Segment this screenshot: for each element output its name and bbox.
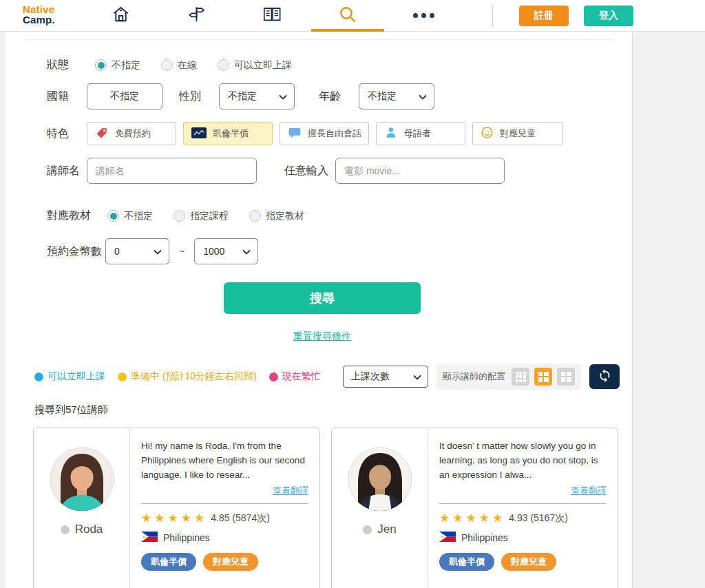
materials-option-textbook[interactable]: 指定教材 bbox=[249, 210, 304, 222]
login-button[interactable]: 登入 bbox=[584, 6, 633, 26]
teacher-card[interactable]: Roda Hi! my name is Roda. I'm from the P… bbox=[33, 428, 320, 588]
teacher-avatar[interactable] bbox=[50, 447, 114, 512]
teacher-avatar[interactable] bbox=[348, 447, 412, 512]
nav-signpost[interactable] bbox=[158, 0, 234, 31]
age-select[interactable]: 不指定 bbox=[359, 83, 434, 109]
feature-kids-friendly[interactable]: 對應兒童 bbox=[472, 122, 563, 145]
chevron-down-icon bbox=[279, 91, 287, 102]
speech-bubble-icon bbox=[288, 126, 302, 142]
feature-free-reservation[interactable]: 免費預約 bbox=[87, 122, 176, 145]
radio-icon bbox=[218, 59, 229, 71]
gender-select[interactable]: 不指定 bbox=[219, 83, 295, 109]
teacher-card-left: Jen bbox=[332, 428, 428, 588]
search-button[interactable]: 搜尋 bbox=[224, 282, 421, 314]
materials-label: 對應教材 bbox=[47, 209, 107, 223]
grid-2x2-icon bbox=[538, 372, 549, 382]
nav-icons bbox=[83, 0, 461, 31]
star-icon: ★ bbox=[492, 511, 505, 525]
star-icon: ★ bbox=[466, 511, 479, 525]
page: Native Camp. bbox=[0, 0, 705, 588]
country-name: Philippines bbox=[461, 532, 508, 543]
result-count: 搜尋到57位講師 bbox=[34, 403, 632, 417]
materials-option-any[interactable]: 不指定 bbox=[107, 210, 153, 222]
card-divider bbox=[439, 503, 607, 504]
tags-row: 凱倫半價 對應兒童 bbox=[439, 553, 607, 571]
nationality-button[interactable]: 不指定 bbox=[87, 83, 162, 109]
coins-row: 預約金幣數 0 ~ 1000 bbox=[47, 238, 632, 264]
coins-from-select[interactable]: 0 bbox=[105, 238, 169, 264]
tags-row: 凱倫半價 對應兒童 bbox=[141, 553, 308, 571]
status-option-any[interactable]: 不指定 bbox=[95, 59, 140, 72]
status-offline-icon bbox=[363, 525, 372, 534]
refresh-icon bbox=[598, 368, 612, 385]
radio-icon bbox=[249, 210, 261, 222]
age-label: 年齡 bbox=[319, 90, 359, 104]
nav-lessons[interactable] bbox=[234, 0, 310, 31]
navbar: Native Camp. bbox=[0, 0, 705, 32]
teacher-name: Jen bbox=[377, 523, 396, 536]
radio-label: 指定課程 bbox=[190, 210, 229, 222]
refresh-button[interactable] bbox=[589, 364, 620, 389]
gender-label: 性別 bbox=[179, 90, 219, 104]
card-divider bbox=[141, 503, 308, 504]
tag-callan-half-price[interactable]: 凱倫半價 bbox=[141, 553, 196, 571]
tag-kids-friendly[interactable]: 對應兒童 bbox=[203, 553, 258, 571]
nav-more[interactable] bbox=[386, 0, 461, 31]
feature-free-conversation[interactable]: 擅長自由會話 bbox=[280, 122, 369, 145]
layout-large-button[interactable] bbox=[557, 368, 575, 386]
country-row: Philippines bbox=[141, 532, 308, 544]
tag-callan-half-price[interactable]: 凱倫半價 bbox=[439, 553, 494, 571]
open-book-icon bbox=[262, 6, 282, 26]
register-button[interactable]: 註冊 bbox=[519, 6, 569, 26]
radio-selected-icon bbox=[95, 59, 107, 71]
grid-2x2-large-icon bbox=[561, 372, 571, 382]
coins-to-select[interactable]: 1000 bbox=[194, 238, 258, 264]
country-row: Philippines bbox=[439, 532, 607, 544]
keyword-input[interactable] bbox=[335, 158, 505, 184]
country-name: Philippines bbox=[163, 532, 210, 543]
teacher-description: Hi! my name is Roda. I'm from the Philip… bbox=[141, 439, 308, 483]
layout-medium-button[interactable] bbox=[534, 368, 552, 386]
layout-label: 顯示講師的配置 bbox=[443, 370, 505, 383]
keyword-label: 任意輸入 bbox=[284, 164, 335, 178]
rating-text: 4.85 (5874次) bbox=[211, 512, 270, 525]
nav-home[interactable] bbox=[83, 0, 158, 31]
more-dots-icon bbox=[413, 13, 434, 18]
view-translation-link[interactable]: 查看翻譯 bbox=[141, 485, 308, 497]
status-option-online[interactable]: 在線 bbox=[161, 59, 197, 72]
radio-icon bbox=[161, 59, 173, 71]
status-option-available-now[interactable]: 可以立即上課 bbox=[218, 59, 292, 72]
view-translation-link[interactable]: 查看翻譯 bbox=[439, 485, 607, 497]
status-row: 狀態 不指定 在線 可以立即上課 bbox=[47, 58, 632, 72]
inputs-row: 講師名 任意輸入 bbox=[47, 158, 632, 184]
coins-label: 預約金幣數 bbox=[47, 244, 105, 259]
legend-label: 現在繁忙 bbox=[282, 370, 321, 383]
coins-range-separator: ~ bbox=[179, 246, 185, 257]
status-legend: 可以立即上課 準備中 (預計10分鐘左右回歸) 現在繁忙 bbox=[34, 370, 321, 383]
layout-list-button[interactable] bbox=[512, 368, 529, 386]
tag-kids-friendly[interactable]: 對應兒童 bbox=[501, 553, 556, 571]
materials-option-course[interactable]: 指定課程 bbox=[173, 210, 229, 222]
logo-line1: Native bbox=[23, 4, 55, 14]
gender-select-value: 不指定 bbox=[228, 90, 257, 103]
features-row: 特色 免費預約 凱倫半價 擅長自由會話 bbox=[47, 122, 632, 145]
nav-search[interactable] bbox=[310, 0, 386, 31]
search-icon bbox=[338, 5, 357, 27]
tag-icon bbox=[95, 126, 109, 142]
teacher-description: It doesn’ t matter how slowly you go in … bbox=[439, 439, 607, 483]
nativecamp-logo[interactable]: Native Camp. bbox=[23, 4, 55, 25]
nav-divider bbox=[492, 5, 493, 27]
feature-native-speaker[interactable]: 母語者 bbox=[376, 122, 465, 145]
sort-select-value: 上課次數 bbox=[351, 370, 390, 383]
star-icon: ★ bbox=[479, 511, 492, 525]
feature-callan-half-price[interactable]: 凱倫半價 bbox=[183, 122, 273, 145]
sort-select[interactable]: 上課次數 bbox=[343, 366, 428, 388]
teacher-name-input[interactable] bbox=[87, 158, 257, 184]
blue-dot-icon bbox=[34, 372, 43, 381]
smiley-icon bbox=[481, 126, 494, 141]
teacher-card[interactable]: Jen It doesn’ t matter how slowly you go… bbox=[331, 428, 618, 588]
legend-label: 可以立即上課 bbox=[48, 370, 105, 383]
reset-search-link[interactable]: 重置搜尋條件 bbox=[293, 330, 351, 343]
legend-label: 準備中 (預計10分鐘左右回歸) bbox=[131, 370, 257, 383]
results-controls: 上課次數 顯示講師的配置 bbox=[343, 364, 620, 390]
